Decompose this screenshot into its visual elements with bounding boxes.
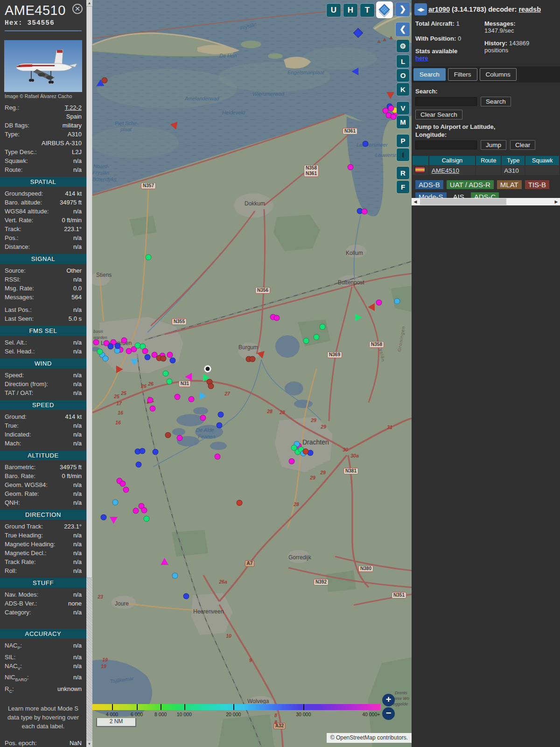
scroll-up-icon[interactable]: ▲ [86,0,92,6]
zoom-in-button[interactable]: + [382,694,395,706]
map-button-toggle-v[interactable]: V [397,102,409,114]
column-header[interactable]: Route [476,156,501,165]
aircraft-history-dot[interactable] [362,209,368,215]
tab-columns[interactable]: Columns [480,68,517,81]
aircraft-history-dot[interactable] [303,338,309,344]
aircraft-history-dot[interactable] [388,106,394,112]
aircraft-history-dot[interactable] [274,315,280,321]
aircraft-history-dot[interactable] [363,141,369,147]
aircraft-history-dot[interactable] [177,435,183,441]
aircraft-history-dot[interactable] [97,349,103,355]
aircraft-history-dot[interactable] [314,334,320,340]
selected-aircraft-marker[interactable] [204,366,211,373]
aircraft-history-dot[interactable] [121,338,127,344]
aircraft-history-dot[interactable] [237,500,243,506]
map-button-collapse-panel[interactable]: ❮ [396,22,410,36]
layers-button[interactable] [376,1,393,18]
aircraft-history-dot[interactable] [348,164,354,170]
aircraft-history-dot[interactable] [123,487,129,493]
aircraft-history-dot[interactable] [200,415,206,421]
aircraft-history-dot[interactable] [101,514,107,521]
tab-filters[interactable]: Filters [448,68,477,81]
aircraft-history-dot[interactable] [112,500,119,506]
column-header[interactable]: Callsign [429,156,476,165]
aircraft-history-dot[interactable] [150,406,156,412]
aircraft-history-dot[interactable] [165,432,171,438]
aircraft-history-dot[interactable] [146,254,152,261]
aircraft-history-dot[interactable] [215,454,221,460]
scroll-right-icon[interactable]: ▶ [553,198,560,205]
scroll-down-icon[interactable]: ▼ [86,741,92,747]
zoom-out-button[interactable]: − [382,707,395,720]
aircraft-history-dot[interactable] [153,449,159,455]
scroll-left-icon[interactable]: ◀ [412,198,419,205]
tab-search[interactable]: Search [413,68,446,81]
column-header[interactable] [413,156,428,165]
aircraft-history-dot[interactable] [136,462,142,468]
aircraft-history-dot[interactable] [145,354,151,360]
aircraft-history-dot[interactable] [217,423,223,429]
aircraft-history-dot[interactable] [140,448,146,454]
close-icon[interactable]: ✕ [72,4,83,14]
aircraft-history-dot[interactable] [320,324,326,330]
map-button-t[interactable]: T [360,4,374,17]
map-button-expand-panel[interactable]: ❯ [396,2,410,16]
aircraft-history-dot[interactable] [161,356,167,362]
search-input[interactable] [415,97,477,106]
aircraft-history-dot[interactable] [175,394,181,400]
map-button-toggle-labels[interactable]: L [397,55,409,68]
decoder-link[interactable]: readsb [518,6,541,13]
panel-collapse-button[interactable]: ◀▶ [414,3,427,15]
map-button-h[interactable]: H [343,4,357,17]
stats-here-link[interactable]: here [415,55,428,62]
aircraft-history-dot[interactable] [289,458,295,465]
map-button-u[interactable]: U [327,4,341,17]
aircraft-history-dot[interactable] [120,481,126,487]
app-link[interactable]: ar1090 [428,6,450,13]
aircraft-history-dot[interactable] [142,348,148,354]
aircraft-history-dot[interactable] [108,344,114,350]
map-button-toggle-follow[interactable]: F [397,181,409,193]
aircraft-history-dot[interactable] [163,371,169,377]
aircraft-history-dot[interactable] [376,300,382,306]
aircraft-history-dot[interactable] [144,516,150,522]
aircraft-history-dot[interactable] [208,383,214,389]
clear-search-button[interactable]: Clear Search [415,110,462,120]
aircraft-history-dot[interactable] [250,356,256,362]
aircraft-history-dot[interactable] [183,593,189,599]
aircraft-history-dot[interactable] [218,412,224,418]
map-button-toggle-multiselect[interactable]: M [397,116,409,128]
map-button-toggle-persistence[interactable]: P [397,134,409,147]
aircraft-history-dot[interactable] [103,356,109,362]
table-row[interactable]: AME4510A31034975 [413,166,560,175]
map-button-reset-view[interactable]: R [397,167,409,179]
aircraft-history-dot[interactable] [189,396,195,402]
aircraft-history-dot[interactable] [167,379,173,385]
callsign-cell[interactable]: AME4510 [429,166,476,175]
aircraft-history-dot[interactable] [170,358,176,364]
jump-clear-button[interactable]: Clear [510,140,535,150]
sidebar-scrollbar-thumb[interactable] [86,6,92,578]
aircraft-history-dot[interactable] [147,397,154,403]
aircraft-history-dot[interactable] [115,343,121,349]
map-button-settings[interactable]: ⚙ [397,40,409,52]
search-button[interactable]: Search [481,97,511,106]
column-header[interactable]: Squawk [525,156,559,165]
aircraft-history-dot[interactable] [93,339,99,345]
map-button-toggle-overlay[interactable]: O [397,69,409,82]
map-button-toggle-k[interactable]: K [397,83,409,96]
aircraft-history-dot[interactable] [102,78,108,84]
info-value[interactable]: T.22-2 [19,103,82,112]
aircraft-history-dot[interactable] [133,508,139,514]
jump-input[interactable] [415,141,477,149]
sidebar-scrollbar[interactable]: ▲ ▼ [86,0,92,747]
map-canvas[interactable]: FryslânDe HonEngelsmanplaatWierumerwadAm… [92,0,412,747]
aircraft-photo[interactable] [4,40,82,92]
table-horizontal-scrollbar[interactable]: ◀ ▶ [412,198,560,205]
aircraft-history-dot[interactable] [172,573,178,579]
jump-button[interactable]: Jump [481,140,506,150]
map-button-toggle-isolate[interactable]: I [397,148,409,161]
aircraft-history-dot[interactable] [141,507,147,514]
column-header[interactable]: Type [502,156,525,165]
aircraft-history-dot[interactable] [303,449,309,455]
